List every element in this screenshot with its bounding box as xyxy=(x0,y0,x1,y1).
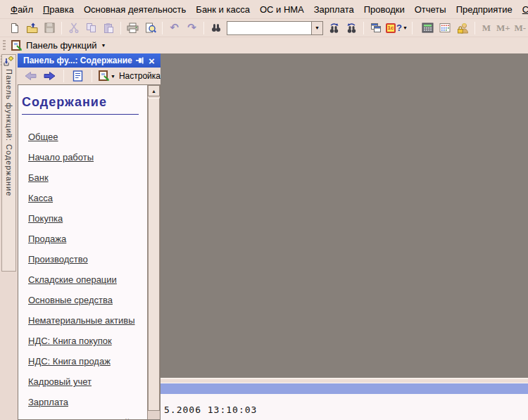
separator xyxy=(61,22,62,34)
find-previous-icon[interactable] xyxy=(343,20,360,36)
calculator-icon[interactable] xyxy=(419,20,436,36)
menu-item-5[interactable]: ОС и НМА xyxy=(255,3,309,16)
content-link-13[interactable]: Кадровый учет xyxy=(28,377,147,386)
content-link-4[interactable]: Касса xyxy=(28,193,147,203)
settings-label: Настройка xyxy=(119,71,161,81)
separator xyxy=(162,22,163,34)
content-link-7[interactable]: Производство xyxy=(28,255,147,264)
find-next-icon[interactable] xyxy=(325,20,343,36)
help-1c-icon[interactable]: 1с ? ▼ xyxy=(384,20,409,36)
picture-icon[interactable]: ▼ xyxy=(97,68,117,84)
contents-heading: Содержание xyxy=(22,95,147,109)
menu-bar: ФайлПравкаОсновная деятельностьБанк и ка… xyxy=(0,0,528,19)
dock-panel-icon xyxy=(4,56,14,67)
dropdown-arrow-icon[interactable]: ▼ xyxy=(111,74,115,79)
mdi-area xyxy=(161,53,528,378)
content-link-6[interactable]: Продажа xyxy=(28,234,147,243)
menu-item-10[interactable]: Сервис xyxy=(517,3,528,16)
redo-icon[interactable]: ↷ xyxy=(183,20,201,36)
content-link-12[interactable]: НДС: Книга продаж xyxy=(28,357,147,366)
search-input[interactable] xyxy=(227,22,311,34)
memory-button-1[interactable]: M xyxy=(478,23,495,34)
scrollbar-thumb[interactable] xyxy=(148,98,160,411)
windows-icon[interactable] xyxy=(367,20,384,36)
function-panel-icon xyxy=(11,40,23,51)
content-link-3[interactable]: Банк xyxy=(28,173,147,182)
bottom-strip xyxy=(161,378,528,383)
scroll-up-icon[interactable]: ▲ xyxy=(148,85,160,96)
separator xyxy=(120,22,121,34)
menu-items: ФайлПравкаОсновная деятельностьБанк и ка… xyxy=(6,3,528,16)
user-lock-icon[interactable] xyxy=(454,20,472,36)
cut-icon[interactable] xyxy=(65,20,82,36)
separator xyxy=(92,70,92,82)
status-bar: 5.2006 13:10:03 xyxy=(161,394,528,420)
separator xyxy=(363,22,364,34)
separator xyxy=(203,22,204,34)
content-link-15[interactable]: Персонифицированный xyxy=(28,418,147,419)
search-combobox: ▼ xyxy=(227,21,323,35)
menu-item-3[interactable]: Основная деятельность xyxy=(79,3,191,16)
function-panel-window: Панель фу...: Содержание × ▼ На xyxy=(18,53,161,420)
main-toolbar: ↶ ↷ ▼ 1с ? ▼ MM+M- ▼ xyxy=(0,19,528,37)
paste-icon[interactable] xyxy=(100,20,118,36)
content-link-1[interactable]: Общее xyxy=(28,132,147,141)
menu-item-7[interactable]: Проводки xyxy=(359,3,410,16)
heading-rule xyxy=(22,114,139,115)
status-separator-bar xyxy=(161,383,528,394)
panel-toolbar: ▼ Настройка ▼ xyxy=(18,68,161,84)
report-icon[interactable] xyxy=(69,68,87,84)
dropdown-arrow-icon[interactable]: ▼ xyxy=(101,43,106,48)
function-panel-label: Панель функций xyxy=(26,40,96,51)
menu-item-8[interactable]: Отчеты xyxy=(410,3,451,16)
combobox-dropdown-icon[interactable]: ▼ xyxy=(311,22,322,34)
panel-title-bar[interactable]: Панель фу...: Содержание × xyxy=(18,53,161,68)
content-link-8[interactable]: Складские операции xyxy=(28,275,147,284)
toolbar-grip[interactable] xyxy=(3,40,6,51)
workspace: Панель функций: Содержание Панель фу...:… xyxy=(0,53,528,420)
close-icon[interactable]: × xyxy=(146,56,158,66)
panel-title: Панель фу...: Содержание xyxy=(23,56,134,65)
print-icon[interactable] xyxy=(124,20,142,36)
menu-item-6[interactable]: Зарплата xyxy=(309,3,359,16)
find-icon[interactable] xyxy=(207,20,225,36)
back-icon[interactable] xyxy=(21,68,39,84)
dropdown-arrow-icon[interactable]: ▼ xyxy=(403,25,408,30)
menu-item-1[interactable]: Файл xyxy=(6,3,38,16)
new-document-icon[interactable] xyxy=(6,20,23,36)
content-link-2[interactable]: Начало работы xyxy=(28,153,147,162)
content-link-9[interactable]: Основные средства xyxy=(28,295,147,305)
side-tab-label: Панель функций: Содержание xyxy=(5,69,13,196)
forward-icon[interactable] xyxy=(41,68,58,84)
memory-button-3[interactable]: M- xyxy=(512,23,528,34)
function-panel-button[interactable]: Панель функций ▼ xyxy=(8,39,108,52)
pin-icon[interactable] xyxy=(134,56,146,66)
contents-links: ОбщееНачало работыБанкКассаПокупкаПродаж… xyxy=(22,132,147,419)
separator xyxy=(412,22,413,34)
memory-button-2[interactable]: M+ xyxy=(495,23,512,34)
side-tab-function-panel[interactable]: Панель функций: Содержание xyxy=(1,54,16,272)
scrollbar[interactable]: ▲ xyxy=(147,85,160,419)
save-icon[interactable] xyxy=(41,20,58,36)
panel-content: Содержание ОбщееНачало работыБанкКассаПо… xyxy=(18,84,161,420)
content-link-11[interactable]: НДС: Книга покупок xyxy=(28,336,147,345)
content-link-14[interactable]: Зарплата xyxy=(28,397,147,407)
content-link-5[interactable]: Покупка xyxy=(28,214,147,223)
menu-item-2[interactable]: Правка xyxy=(38,3,79,16)
dock-strip: Панель функций: Содержание xyxy=(0,53,18,420)
separator xyxy=(63,70,64,82)
undo-icon[interactable]: ↶ xyxy=(165,20,183,36)
status-datetime: 5.2006 13:10:03 xyxy=(164,405,257,415)
calendar-icon[interactable] xyxy=(436,20,454,36)
copy-icon[interactable] xyxy=(82,20,100,36)
memory-buttons: MM+M- xyxy=(478,23,528,34)
separator xyxy=(474,22,475,34)
menu-item-4[interactable]: Банк и касса xyxy=(191,3,255,16)
open-icon[interactable] xyxy=(23,20,41,36)
menu-item-9[interactable]: Предприятие xyxy=(451,3,517,16)
content-link-10[interactable]: Нематериальные активы xyxy=(28,316,147,325)
function-panel-toolbar-row: Панель функций ▼ xyxy=(0,37,528,53)
print-preview-icon[interactable] xyxy=(142,20,159,36)
